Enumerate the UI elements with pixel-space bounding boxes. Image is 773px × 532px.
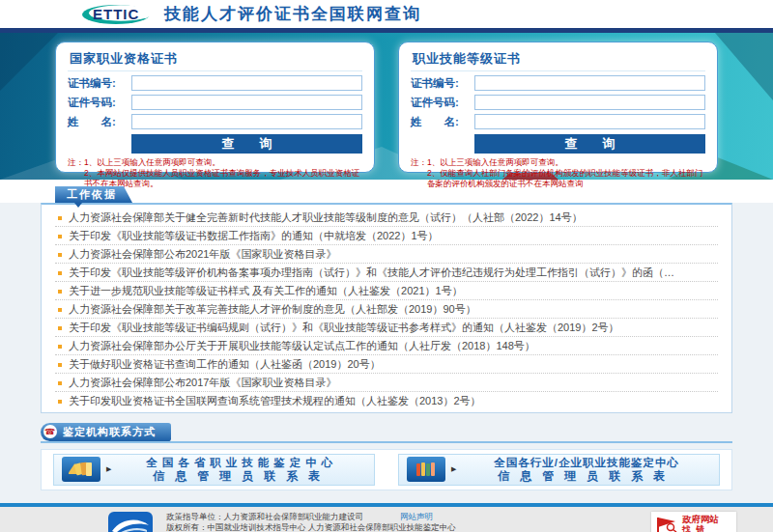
list-item[interactable]: 人力资源社会保障部公布2021年版《国家职业资格目录》 — [55, 245, 718, 264]
certificate-number-input[interactable] — [131, 75, 362, 91]
list-item[interactable]: 人力资源社会保障部关于健全完善新时代技能人才职业技能等级制度的意见（试行）（人社… — [55, 209, 718, 227]
site-statement-link[interactable]: 网站声明 — [400, 512, 433, 521]
query-button[interactable]: 查询 — [474, 134, 705, 154]
list-item[interactable]: 关于印发《职业技能等级证书数据工作指南》的通知（中就培发（2022）1号） — [55, 227, 718, 245]
list-item[interactable]: 人力资源社会保障部办公厅关于开展职业技能等级认定试点工作的通知（人社厅发（201… — [55, 337, 718, 355]
province-centers-link[interactable]: ▶ 全国各省职业技能鉴定中心 信息管理员联系表 — [53, 454, 375, 486]
link-line1: 全国各行业/企业职业技能鉴定中心 — [462, 457, 711, 469]
work-basis-tab: 工作依据 — [55, 186, 132, 203]
phone-icon: ☎ — [43, 425, 57, 438]
skill-level-panel: 职业技能等级证书 证书编号: 证件号码: 姓 名: 查询 注： 1、以上三项输入… — [398, 42, 718, 173]
list-item[interactable]: 关于印发《职业技能等级评价机构备案事项办理指南（试行）》和《技能人才评价违纪违规… — [55, 264, 718, 282]
panel-title: 国家职业资格证书 — [68, 48, 362, 71]
id-number-input[interactable] — [474, 95, 705, 110]
hero-banner: 国家职业资格证书 证书编号: 证件号码: 姓 名: 查询 注： 1、以上三项输入… — [0, 33, 773, 180]
name-input[interactable] — [474, 114, 705, 129]
page-title: 技能人才评价证书全国联网查询 — [164, 3, 421, 25]
list-item[interactable]: 关于印发《职业技能等级证书编码规则（试行）》和《职业技能等级证书参考样式》的通知… — [55, 319, 718, 337]
ettic-logo: ETTIC — [81, 3, 151, 26]
contact-tab-label: 鉴定机构联系方式 — [63, 425, 156, 439]
link-line1: 全国各省职业技能鉴定中心 — [117, 457, 366, 469]
site-footer: 事业单位 政策指导单位：人力资源和社会保障部职业能力建设司网站声明 版权所有：中… — [0, 503, 773, 532]
list-item[interactable]: 关于印发职业资格证书全国联网查询系统管理技术规程的通知（人社鉴发（2013）2号… — [55, 392, 718, 410]
id-number-input[interactable] — [131, 95, 362, 110]
name-label: 姓 名: — [68, 115, 131, 129]
books-icon — [407, 457, 445, 482]
policy-guidance-line: 政策指导单位：人力资源和社会保障部职业能力建设司 — [166, 512, 363, 521]
ettic-logo-icon: ETTIC — [81, 3, 151, 26]
name-input[interactable] — [131, 114, 362, 129]
certificate-number-label: 证书编号: — [68, 76, 131, 91]
national-qualification-panel: 国家职业资格证书 证书编号: 证件号码: 姓 名: 查询 注： 1、以上三项输入… — [55, 42, 375, 173]
list-item[interactable]: 人力资源社会保障部公布2017年版《国家职业资格目录》 — [55, 374, 718, 392]
public-institution-badge-icon[interactable]: 事业单位 — [108, 512, 153, 532]
query-button[interactable]: 查询 — [131, 134, 362, 154]
link-line2: 信息管理员联系表 — [462, 469, 711, 483]
list-item[interactable]: 关于做好职业资格证书查询工作的通知（人社鉴函（2019）20号） — [55, 355, 718, 374]
certificate-number-label: 证书编号: — [411, 76, 474, 91]
certificate-number-input[interactable] — [474, 75, 705, 91]
gov-badge-line1: 政府网站 — [682, 515, 719, 524]
industry-centers-link[interactable]: ▶ 全国各行业/企业职业技能鉴定中心 信息管理员联系表 — [398, 454, 720, 486]
note-line: 1、以上三项输入任意两项即可查询。 — [427, 157, 705, 168]
panel-note: 注： 1、以上三项输入任意两项即可查询。 2、本网站仅提供技能人员职业资格证书查… — [68, 157, 362, 190]
id-number-label: 证件号码: — [68, 96, 131, 110]
note-prefix: 注： — [68, 157, 84, 190]
panel-note: 注： 1、以上三项输入任意两项即可查询。 2、仅能查询人社部门备案的评价机构颁发… — [411, 157, 705, 190]
svg-text:ETTIC: ETTIC — [93, 6, 139, 22]
link-line2: 信息管理员联系表 — [117, 469, 366, 483]
id-number-label: 证件号码: — [411, 96, 474, 110]
arrow-right-icon: ▶ — [106, 465, 111, 473]
panel-title: 职业技能等级证书 — [411, 48, 705, 71]
arrow-right-icon: ▶ — [451, 465, 456, 473]
note-line: 2、本网站仅提供技能人员职业资格证书查询服务，专业技术人员职业资格证书不在本网站… — [84, 168, 362, 189]
note-line: 1、以上三项输入任意两项即可查询。 — [84, 157, 362, 168]
gov-badge-line2: 找错 — [682, 524, 719, 532]
contact-links-row: ▶ 全国各省职业技能鉴定中心 信息管理员联系表 ▶ 全国各行业/企业职业技能鉴定… — [41, 449, 732, 490]
folders-icon — [62, 457, 100, 482]
contact-tab: ☎ 鉴定机构联系方式 — [41, 423, 171, 441]
list-item[interactable]: 人力资源社会保障部关于改革完善技能人才评价制度的意见（人社部发（2019）90号… — [55, 300, 718, 319]
policy-document-list: 人力资源社会保障部关于健全完善新时代技能人才职业技能等级制度的意见（试行）（人社… — [55, 209, 718, 410]
note-line: 2、仅能查询人社部门备案的评价机构颁发的职业技能等级证书，非人社部门备案的评价机… — [427, 168, 705, 189]
copyright-line: 版权所有：中国就业培训技术指导中心 人力资源和社会保障部职业技能鉴定中心 — [166, 522, 501, 532]
contact-section-header: ☎ 鉴定机构联系方式 — [41, 421, 732, 443]
main-content: 工作依据 人力资源社会保障部关于健全完善新时代技能人才职业技能等级制度的意见（试… — [0, 203, 773, 503]
site-header: ETTIC 技能人才评价证书全国联网查询 — [0, 0, 773, 28]
name-label: 姓 名: — [411, 115, 474, 129]
note-prefix: 注： — [411, 157, 427, 190]
work-basis-card: 工作依据 人力资源社会保障部关于健全完善新时代技能人才职业技能等级制度的意见（试… — [41, 203, 732, 413]
footer-text-block: 政策指导单位：人力资源和社会保障部职业能力建设司网站声明 版权所有：中国就业培训… — [166, 512, 501, 532]
list-item[interactable]: 关于进一步规范职业技能等级证书样式 及有关工作的通知（人社鉴发（2021）1号） — [55, 282, 718, 300]
red-flag-icon — [656, 516, 677, 532]
gov-site-error-report-badge[interactable]: 政府网站 找错 — [651, 512, 736, 532]
